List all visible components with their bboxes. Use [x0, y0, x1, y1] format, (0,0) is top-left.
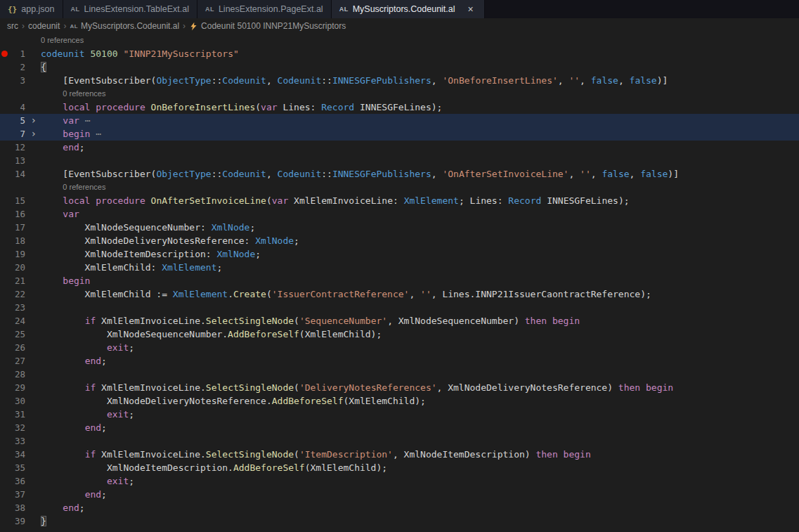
line-number[interactable]: 32 — [15, 421, 25, 434]
code-line[interactable]: end; — [41, 501, 85, 514]
code-line[interactable]: var ⋯ — [41, 114, 90, 127]
close-icon[interactable]: × — [465, 4, 476, 15]
code-line[interactable]: [EventSubscriber(ObjectType::Codeunit, C… — [41, 74, 668, 87]
tab-app-json[interactable]: {}app.json — [0, 0, 63, 18]
fold-chevron-icon[interactable]: › — [31, 114, 37, 127]
code-line[interactable]: XmlNodeSequenceNumber.AddBeforeSelf(XmlE… — [41, 327, 382, 341]
code-line[interactable]: local procedure OnAfterSetInvoiceLine(va… — [41, 194, 630, 207]
line-number[interactable]: 36 — [15, 474, 25, 488]
code-line[interactable]: XmlNodeItemDescription.AddBeforeSelf(Xml… — [41, 461, 387, 474]
code-token: 'OnAfterSetInvoiceLine' — [442, 169, 569, 179]
code-line[interactable]: if XmlElemInvoiceLine.SelectSingleNode('… — [41, 448, 591, 461]
code-line[interactable]: XmlNodeDeliveryNotesReference: XmlNode; — [41, 234, 299, 247]
line-number[interactable]: 35 — [15, 461, 25, 474]
line-number[interactable]: 13 — [15, 154, 25, 167]
codelens-row: 0 references — [0, 34, 799, 47]
line-number[interactable]: 23 — [15, 301, 25, 314]
code-line[interactable]: end; — [41, 488, 107, 501]
breakpoint-dot[interactable] — [1, 51, 8, 57]
code-token: false — [591, 75, 618, 86]
fold-chevron-icon[interactable]: › — [31, 127, 37, 141]
code-line[interactable]: if XmlElemInvoiceLine.SelectSingleNode('… — [41, 314, 580, 327]
code-row: 22 XmlElemChild := XmlElement.Create('Is… — [0, 287, 799, 301]
code-token: INNESGFeLines); — [541, 195, 629, 206]
code-token — [41, 102, 63, 112]
code-line[interactable]: } — [41, 514, 46, 528]
code-line[interactable]: begin — [41, 274, 90, 287]
line-number[interactable]: 28 — [15, 368, 25, 381]
line-number[interactable]: 27 — [15, 354, 25, 368]
code-line[interactable]: XmlNodeItemDescription: XmlNode; — [41, 247, 261, 261]
line-number[interactable]: 15 — [15, 194, 25, 207]
breadcrumb-item[interactable]: codeunit — [28, 21, 60, 31]
code-line[interactable]: exit; — [41, 341, 134, 354]
tab-linesextension-pageext-al[interactable]: ALLinesExtension.PageExt.al — [197, 0, 332, 18]
line-number[interactable]: 22 — [15, 287, 25, 301]
code-token: Record — [508, 195, 541, 206]
line-number[interactable]: 26 — [15, 341, 25, 354]
code-editor[interactable]: 0 references1codeunit 50100 "INNP21MySus… — [0, 34, 799, 528]
line-number[interactable]: 29 — [15, 381, 25, 394]
code-line[interactable]: XmlNodeDeliveryNotesReference.AddBeforeS… — [41, 394, 426, 408]
code-row: 7› begin ⋯ — [0, 127, 799, 141]
code-line[interactable]: codeunit 50100 "INNP21MySuscriptors" — [41, 47, 239, 60]
code-line[interactable]: end; — [41, 421, 107, 434]
chevron-right-icon: › — [183, 21, 186, 31]
code-row: 27 end; — [0, 354, 799, 368]
gutter: 23 — [0, 301, 41, 314]
line-number[interactable]: 25 — [15, 327, 25, 341]
line-number[interactable]: 3 — [20, 74, 25, 87]
line-number[interactable]: 12 — [15, 141, 25, 154]
line-number[interactable]: 4 — [20, 100, 25, 114]
line-number[interactable]: 19 — [15, 247, 25, 261]
tab-mysuscriptors-codeunit-al[interactable]: ALMySuscriptors.Codeunit.al× — [332, 0, 485, 18]
code-line[interactable]: local procedure OnBeforeInsertLines(var … — [41, 100, 442, 114]
code-line[interactable]: XmlNodeSequenceNumber: XmlNode; — [41, 221, 255, 234]
code-token: procedure — [96, 195, 145, 206]
line-number[interactable]: 2 — [20, 60, 25, 74]
line-number[interactable]: 31 — [15, 408, 25, 421]
code-line[interactable]: [EventSubscriber(ObjectType::Codeunit, C… — [41, 167, 679, 181]
line-number[interactable]: 38 — [15, 501, 25, 514]
gutter: 30 — [0, 394, 41, 408]
line-number[interactable]: 21 — [15, 274, 25, 287]
codelens-references[interactable]: 0 references — [41, 87, 105, 100]
line-number[interactable]: 33 — [15, 434, 25, 448]
code-row: 28 — [0, 368, 799, 381]
code-token: ; — [79, 142, 85, 153]
breadcrumb-item[interactable]: src — [7, 21, 18, 31]
code-line[interactable]: begin ⋯ — [41, 127, 101, 141]
code-line[interactable]: exit; — [41, 474, 134, 488]
code-line[interactable]: if XmlElemInvoiceLine.SelectSingleNode('… — [41, 381, 673, 394]
line-number[interactable]: 34 — [15, 448, 25, 461]
code-line[interactable]: end; — [41, 354, 107, 368]
codelens-references[interactable]: 0 references — [41, 181, 105, 194]
code-line[interactable]: XmlElemChild: XmlElement; — [41, 261, 222, 274]
line-number[interactable]: 39 — [15, 514, 25, 528]
code-line[interactable]: exit; — [41, 408, 134, 421]
code-line[interactable]: end; — [41, 141, 85, 154]
code-line[interactable]: XmlElemChild := XmlElement.Create('Issue… — [41, 287, 651, 301]
code-line[interactable]: var — [41, 207, 79, 221]
line-number[interactable]: 16 — [15, 207, 25, 221]
code-line[interactable]: { — [41, 60, 46, 74]
breadcrumb-item[interactable]: Codeunit 50100 INNP21MySuscriptors — [189, 21, 346, 31]
codelens-references[interactable]: 0 references — [41, 34, 84, 47]
code-token: ; — [101, 489, 107, 500]
code-row: 3 [EventSubscriber(ObjectType::Codeunit,… — [0, 74, 799, 87]
code-token: ( — [294, 449, 299, 460]
code-token: ( — [294, 382, 299, 393]
line-number[interactable]: 17 — [15, 221, 25, 234]
line-number[interactable]: 18 — [15, 234, 25, 247]
line-number[interactable]: 20 — [15, 261, 25, 274]
code-row: 12 end; — [0, 141, 799, 154]
line-number[interactable]: 7 — [20, 127, 25, 141]
line-number[interactable]: 37 — [15, 488, 25, 501]
line-number[interactable]: 24 — [15, 314, 25, 327]
line-number[interactable]: 1 — [20, 47, 25, 60]
breadcrumb-item[interactable]: ALMySuscriptors.Codeunit.al — [70, 21, 179, 31]
line-number[interactable]: 14 — [15, 167, 25, 181]
tab-linesextension-tableext-al[interactable]: ALLinesExtension.TableExt.al — [63, 0, 197, 18]
line-number[interactable]: 5 — [20, 114, 25, 127]
line-number[interactable]: 30 — [15, 394, 25, 408]
